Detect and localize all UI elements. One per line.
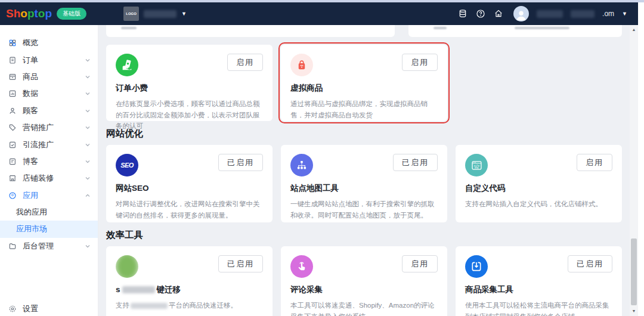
sidebar-item-label: 博客 [23,156,38,167]
sidebar-item-label: 订单 [23,55,38,66]
brand-letter: S [6,7,14,20]
sidebar-item-my-apps[interactable]: 我的应用 [0,204,98,221]
tag-icon [8,123,17,132]
app-title: s键迁移 [116,284,263,295]
svg-text:</>: </> [473,163,480,167]
cut-text-fragment [121,27,137,29]
svg-text:HTML: HTML [474,166,479,169]
help-icon[interactable] [475,9,485,19]
section-title-efficiency-tools: 效率工具 [106,230,630,240]
app-card-website-seo[interactable]: SEO 已启用 网站SEO 对网站进行调整优化，改进网站在搜索引擎中关键词的自然… [106,145,273,222]
sidebar-item-label: 后台管理 [23,241,54,252]
sidebar-item-app-market[interactable]: 应用市场 [0,221,98,237]
sidebar-item-apps[interactable]: 应用 [0,187,98,204]
enable-button[interactable]: 启用 [402,255,438,272]
app-description: 一键生成网站站点地图，有利于搜索引擎的抓取和收录。同时可配置站点地图页，放于页尾… [290,199,438,221]
sidebar-item-traffic[interactable]: 引流推广 [0,136,98,153]
sidebar-item-label: 应用市场 [16,224,47,234]
chevron-down-icon[interactable]: ▼ [622,11,627,17]
plan-badge: 基础版 [57,8,86,20]
app-card-product-collection-tool[interactable]: 已启用 商品采集工具 使用本工具可以轻松将主流电商平台的商品采集到本店铺或同时采… [456,246,622,316]
enabled-button[interactable]: 已启用 [393,154,438,171]
sidebar-item-settings[interactable]: 设置 [0,300,98,316]
app-card-custom-code[interactable]: </>HTML 启用 自定义代码 支持在网站插入自定义代码，优化店铺样式。 [456,145,622,222]
app-card-review-collection[interactable]: 启用 评论采集 本工具可以将速卖通、Shopify、Amazon的评论采集下来并… [281,246,447,316]
migration-icon-blurred [116,255,138,278]
sidebar-item-marketing[interactable]: 营销推广 [0,119,98,136]
home-icon[interactable] [493,9,503,19]
brand-letter: o [20,7,27,20]
sidebar: 概览 订单 商品 数据 顾客 营销推广 引流推广 [0,25,98,316]
enabled-button[interactable]: 已启用 [568,255,612,272]
app-card-virtual-goods[interactable]: 启用 虚拟商品 通过将商品与虚拟商品绑定，实现虚拟商品销售，并对虚拟商品自动发货 [281,45,447,121]
store-name-blurred [144,10,177,18]
chevron-up-icon [85,193,91,198]
sidebar-item-blog[interactable]: 博客 [0,153,98,170]
window-right-gutter [638,2,644,316]
sidebar-item-admin[interactable]: 后台管理 [0,238,98,255]
domain-blurred [571,10,595,18]
sidebar-item-label: 应用 [23,190,38,201]
person-icon [8,106,17,115]
sidebar-item-label: 概览 [23,38,38,48]
top-navbar: Shoptop 基础版 LOGO ▼ .om [0,2,638,25]
app-title: 站点地图工具 [290,183,438,194]
title-blurred-part [122,286,155,293]
card-row: 已启用 s键迁移 支持平台的商品快速迁移。 启用 评论采集 本工具可以将速卖通、… [106,246,622,316]
sidebar-item-data[interactable]: 数据 [0,85,98,102]
package-icon [8,72,17,81]
app-card-one-click-migration[interactable]: 已启用 s键迁移 支持平台的商品快速迁移。 [106,246,273,316]
desc-prefix: 支持 [116,302,129,309]
app-card-sitemap-tool[interactable]: 已启用 站点地图工具 一键生成网站站点地图，有利于搜索引擎的抓取和收录。同时可配… [281,145,447,222]
clipped-card[interactable] [408,25,622,37]
grid-icon [8,39,17,48]
chevron-down-icon [85,244,91,249]
sidebar-item-orders[interactable]: 订单 [0,51,98,68]
app-title: 订单小费 [116,83,263,94]
scroll-up-arrow[interactable]: ▲ [630,26,638,33]
app-title: 虚拟商品 [290,83,438,94]
enable-button[interactable]: 启用 [577,154,612,171]
user-avatar[interactable] [513,6,529,21]
navbar-left: Shoptop 基础版 LOGO ▼ [0,7,187,21]
brand-letter: h [14,7,21,20]
sidebar-item-label: 营销推广 [23,122,54,133]
bar-chart-icon [8,89,17,98]
enable-button[interactable]: 启用 [227,54,263,71]
content-scrollbar[interactable]: ▲ ▼ [630,25,638,316]
enabled-button[interactable]: 已启用 [218,154,263,171]
app-card-order-tip[interactable]: 启用 订单小费 在结账页显示小费选项，顾客可以通过商品总额的百分比或固定金额添加… [106,45,273,121]
doc-check-icon [8,140,17,149]
card-row: SEO 已启用 网站SEO 对网站进行调整优化，改进网站在搜索引擎中关键词的自然… [106,145,622,222]
enabled-button[interactable]: 已启用 [218,255,263,272]
sidebar-item-label: 设置 [23,303,38,314]
title-suffix: 键迁移 [157,285,181,294]
sidebar-item-products[interactable]: 商品 [0,69,98,85]
sidebar-item-label: 商品 [23,72,38,82]
title-prefix: s [116,285,120,294]
folder-icon [8,241,17,250]
store-switcher[interactable]: LOGO ▼ [123,7,187,21]
clipped-card[interactable] [106,25,395,37]
sidebar-item-store-design[interactable]: 店铺装修 [0,170,98,187]
app-description: 通过将商品与虚拟商品绑定，实现虚拟商品销售，并对虚拟商品自动发货 [290,98,438,120]
scrollbar-thumb[interactable] [631,238,637,305]
coins-stack-icon[interactable] [457,9,467,19]
brand-letter: p [45,7,52,20]
shoptop-logo[interactable]: Shoptop [6,7,52,20]
order-doc-icon [8,55,17,64]
chevron-down-icon: ▼ [181,11,187,17]
chevron-down-icon [85,91,91,96]
app-title: 网站SEO [116,183,263,194]
sitemap-icon [290,154,313,176]
app-description: 在结账页显示小费选项，顾客可以通过商品总额的百分比或固定金额添加小费，以表示对团… [116,98,263,132]
chevron-down-icon [85,75,91,79]
scroll-down-arrow[interactable]: ▼ [630,308,638,315]
sidebar-item-customers[interactable]: 顾客 [0,103,98,119]
sidebar-item-overview[interactable]: 概览 [0,35,98,51]
card-row: 启用 订单小费 在结账页显示小费选项，顾客可以通过商品总额的百分比或固定金额添加… [106,45,622,121]
storefront-icon [8,174,17,183]
custom-code-icon: </>HTML [465,154,488,176]
enable-button[interactable]: 启用 [402,54,438,71]
domain-suffix: .om [602,10,614,18]
